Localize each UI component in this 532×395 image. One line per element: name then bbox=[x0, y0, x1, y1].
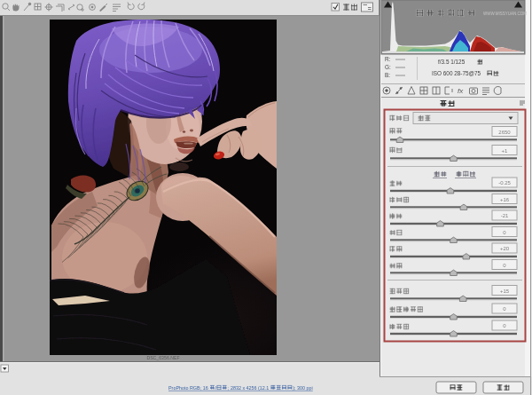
svg-text:R:: R: bbox=[385, 56, 391, 62]
svg-text:+16: +16 bbox=[500, 197, 510, 202]
svg-text:); 300 ppi: ); 300 ppi bbox=[293, 385, 312, 391]
svg-text:+1: +1 bbox=[502, 148, 509, 154]
svg-text:fx: fx bbox=[458, 87, 464, 95]
svg-text:-21: -21 bbox=[501, 213, 509, 218]
svg-text:f/3.5 1/125: f/3.5 1/125 bbox=[438, 59, 466, 65]
svg-text:; 2832 x 4256 (12.1: ; 2832 x 4256 (12.1 bbox=[228, 385, 269, 391]
svg-text:+20: +20 bbox=[500, 246, 510, 251]
svg-text:2650: 2650 bbox=[498, 130, 511, 135]
svg-text:G:: G: bbox=[385, 64, 391, 70]
svg-text:-0.25: -0.25 bbox=[498, 180, 511, 186]
svg-text:WWW.MISSYUAN.COM: WWW.MISSYUAN.COM bbox=[483, 12, 527, 16]
svg-text:B:: B: bbox=[385, 72, 390, 78]
svg-text:+15: +15 bbox=[500, 288, 510, 294]
svg-text:ISO 600 28-75@75: ISO 600 28-75@75 bbox=[432, 70, 481, 76]
svg-text:DSC_6356.NEF: DSC_6356.NEF bbox=[146, 355, 179, 360]
svg-text:ProPhoto RGB; 16: ProPhoto RGB; 16 bbox=[168, 385, 208, 391]
